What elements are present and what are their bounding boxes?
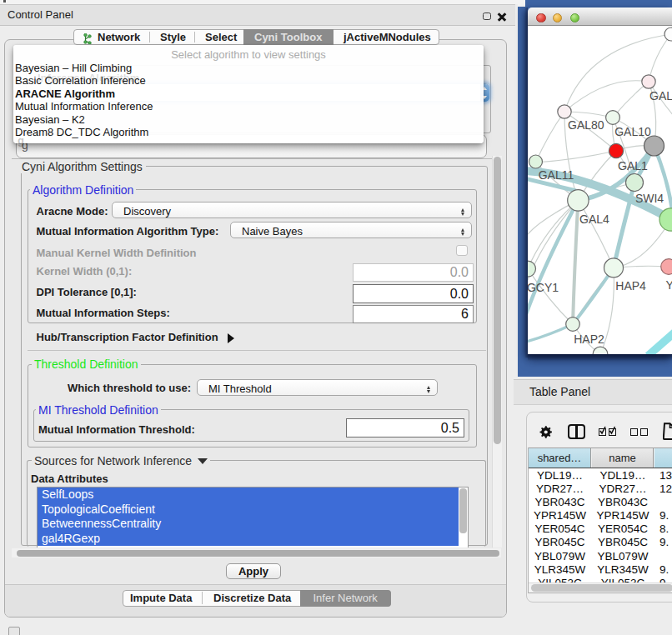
svg-text:GAL4: GAL4 xyxy=(579,212,609,226)
svg-text:HAP4: HAP4 xyxy=(615,279,646,292)
svg-text:GAL10: GAL10 xyxy=(614,125,651,138)
svg-text:YMR0: YMR0 xyxy=(666,278,672,292)
svg-text:GCY1: GCY1 xyxy=(528,281,559,294)
svg-text:SWI4: SWI4 xyxy=(635,192,664,205)
svg-text:GAL80: GAL80 xyxy=(568,118,604,132)
svg-text:GAL7: GAL7 xyxy=(649,89,672,102)
svg-text:HAP2: HAP2 xyxy=(574,332,604,346)
svg-text:GAL11: GAL11 xyxy=(539,168,574,182)
svg-text:GAL1: GAL1 xyxy=(618,159,648,172)
